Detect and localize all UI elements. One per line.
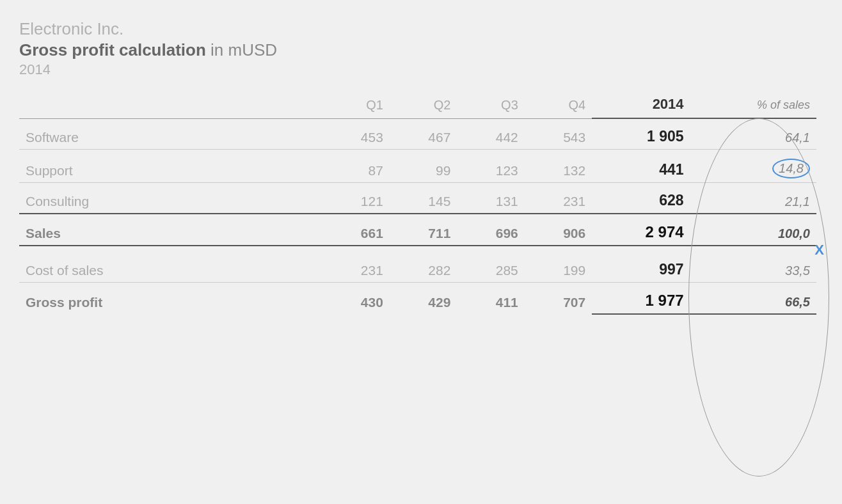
- company-name: Electronic Inc.: [19, 19, 816, 39]
- table-row: Software4534674425431 90564,1: [19, 118, 816, 150]
- cell-q2: 282: [390, 252, 457, 283]
- cell-q4: 906: [525, 214, 592, 246]
- cell-total: 1 977: [592, 283, 690, 315]
- cell-q3: 123: [457, 150, 524, 183]
- x-marker: X: [814, 242, 824, 258]
- cell-q1: 231: [322, 252, 389, 283]
- col-header-q2: Q2: [390, 96, 457, 118]
- table-row: Consulting12114513123162821,1: [19, 183, 816, 214]
- cell-pct: 14,8: [690, 150, 816, 183]
- cell-q1: 121: [322, 183, 389, 214]
- report-container: Electronic Inc. Gross profit calculation…: [0, 0, 842, 504]
- cell-q1: 430: [322, 283, 389, 315]
- cell-q4: 199: [525, 252, 592, 283]
- cell-label: Software: [19, 118, 322, 150]
- cell-q1: 661: [322, 214, 389, 246]
- cell-q1: 87: [322, 150, 389, 183]
- col-header-q3: Q3: [457, 96, 524, 118]
- cell-total: 1 905: [592, 118, 690, 150]
- cell-total: 997: [592, 252, 690, 283]
- report-title-rest: in mUSD: [206, 40, 277, 59]
- cell-q2: 711: [390, 214, 457, 246]
- report-title-bold: Gross profit calculation: [19, 40, 206, 59]
- table-row: Cost of sales23128228519999733,5: [19, 252, 816, 283]
- table-row: Gross profit4304294117071 97766,5: [19, 283, 816, 315]
- cell-q3: 411: [457, 283, 524, 315]
- cell-total: 628: [592, 183, 690, 214]
- cell-q3: 696: [457, 214, 524, 246]
- col-header-pct: % of sales: [690, 96, 816, 118]
- cell-q4: 231: [525, 183, 592, 214]
- col-header-q1: Q1: [322, 96, 389, 118]
- cell-pct: 64,1: [690, 118, 816, 150]
- cell-label: Consulting: [19, 183, 322, 214]
- cell-q4: 543: [525, 118, 592, 150]
- table-row: Support879912313244114,8: [19, 150, 816, 183]
- cell-label: Gross profit: [19, 283, 322, 315]
- cell-q2: 145: [390, 183, 457, 214]
- table-row: Sales6617116969062 974100,0: [19, 214, 816, 246]
- cell-pct: 66,5: [690, 283, 816, 315]
- cell-total: 441: [592, 150, 690, 183]
- cell-q1: 453: [322, 118, 389, 150]
- cell-pct: 21,1: [690, 183, 816, 214]
- col-header-label: [19, 96, 322, 118]
- report-title: Gross profit calculation in mUSD: [19, 40, 816, 60]
- cell-pct: 33,5: [690, 252, 816, 283]
- cell-q3: 442: [457, 118, 524, 150]
- financial-table: Q1 Q2 Q3 Q4 2014 % of sales Software4534…: [19, 96, 816, 315]
- cell-label: Support: [19, 150, 322, 183]
- cell-q2: 429: [390, 283, 457, 315]
- col-header-q4: Q4: [525, 96, 592, 118]
- column-header-row: Q1 Q2 Q3 Q4 2014 % of sales: [19, 96, 816, 118]
- cell-q3: 285: [457, 252, 524, 283]
- cell-total: 2 974: [592, 214, 690, 246]
- cell-label: Cost of sales: [19, 252, 322, 283]
- spacer-row: [19, 246, 816, 252]
- cell-label: Sales: [19, 214, 322, 246]
- col-header-2014: 2014: [592, 96, 690, 118]
- cell-pct: 100,0: [690, 214, 816, 246]
- cell-q4: 707: [525, 283, 592, 315]
- cell-q4: 132: [525, 150, 592, 183]
- report-year: 2014: [19, 61, 816, 78]
- report-header: Electronic Inc. Gross profit calculation…: [19, 19, 816, 78]
- cell-q2: 467: [390, 118, 457, 150]
- cell-q2: 99: [390, 150, 457, 183]
- cell-q3: 131: [457, 183, 524, 214]
